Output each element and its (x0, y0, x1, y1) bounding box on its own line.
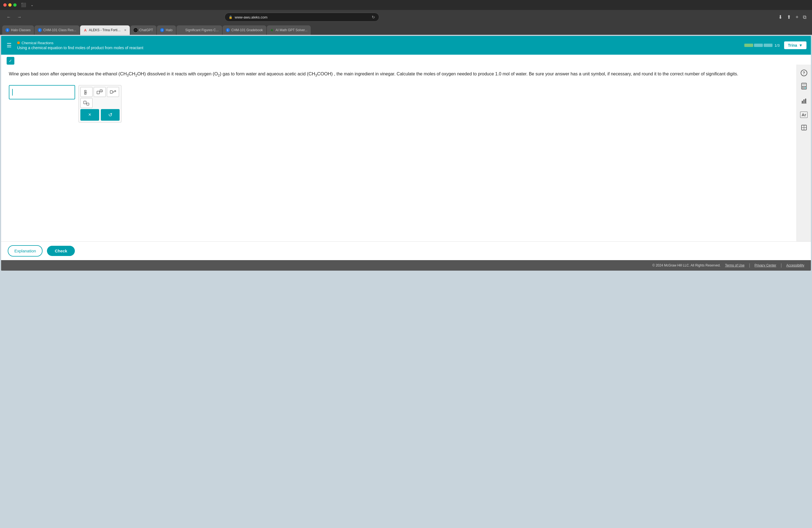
question-text: Wine goes bad soon after opening because… (9, 70, 789, 78)
progress-label: 1/3 (775, 43, 780, 47)
help-button[interactable]: ? (799, 68, 809, 78)
svg-rect-19 (802, 101, 803, 103)
reload-icon[interactable]: ↻ (372, 15, 375, 19)
tab-sig-figs[interactable]: Σ Significant Figures C... (176, 25, 222, 35)
halo-favicon-3: i (160, 28, 164, 32)
split-view-icon[interactable]: ⧉ (802, 13, 808, 21)
progress-seg-1 (744, 44, 753, 47)
address-bar[interactable]: 🔒 www-awu.aleks.com ↻ (224, 13, 379, 21)
math-action-row: × ↺ (81, 109, 120, 121)
progress-seg-3 (764, 44, 772, 47)
collapse-button[interactable]: ✓ (6, 57, 14, 64)
user-name: Trina (788, 43, 797, 47)
svg-rect-6 (110, 91, 112, 93)
chart-icon (801, 98, 807, 105)
calculator-button[interactable] (799, 81, 809, 92)
tab-label-ai: AI Math GPT Solver... (276, 28, 308, 32)
header-title-area: Chemical Reactions Using a chemical equa… (17, 41, 740, 50)
footer: © 2024 McGraw Hill LLC. All Rights Reser… (1, 260, 811, 270)
dot-product-icon (110, 89, 116, 95)
tab-halo-classes[interactable]: i Halo Classes (2, 25, 34, 35)
superscript-button[interactable]: ×10 (93, 87, 106, 97)
math-toolbar: ×10 (78, 85, 121, 122)
explanation-button[interactable]: Explanation (8, 245, 43, 256)
svg-rect-12 (802, 84, 806, 85)
svg-rect-18 (805, 88, 806, 88)
tab-label: Halo Classes (11, 28, 31, 32)
nav-buttons: ← → (4, 14, 24, 21)
answer-area: ×10 (9, 85, 789, 122)
url-text: www-awu.aleks.com (235, 15, 267, 19)
chatgpt-favicon: ⬡ (134, 28, 137, 32)
content-wrapper: ✓ Wine goes bad soon after opening becau… (1, 55, 811, 241)
subscript-icon (83, 100, 90, 106)
right-tools-panel: ? (797, 64, 811, 241)
tab-halo2[interactable]: i Halo (157, 25, 176, 35)
tab-aleks-active[interactable]: A ALEKS - Trina Forti -... ✕ (80, 25, 130, 35)
ethanol-formula: (CH3CH2OH) (118, 71, 147, 76)
tab-label-grade: CHM-101 Gradebook (231, 28, 263, 32)
terms-link[interactable]: Terms of Use (725, 263, 744, 267)
tab-chatgpt[interactable]: ⬡ ChatGPT (130, 25, 156, 35)
fraction-button[interactable] (81, 87, 92, 97)
svg-rect-10 (87, 103, 89, 105)
hamburger-button[interactable]: ☰ (5, 41, 13, 50)
progress-area: 1/3 (744, 43, 780, 47)
tab-label-2: CHM-101 Class Res... (43, 28, 76, 32)
answer-input-box[interactable] (9, 85, 75, 99)
footer-sep-2: | (781, 263, 782, 268)
downloads-icon[interactable]: ⬇ (777, 13, 784, 21)
tabs-bar: i Halo Classes i CHM-101 Class Res... A … (0, 24, 812, 35)
app-container: ☰ Chemical Reactions Using a chemical eq… (1, 36, 811, 270)
table-button[interactable] (799, 123, 809, 134)
subscript-button[interactable] (81, 98, 92, 108)
share-icon[interactable]: ⬆ (786, 13, 792, 21)
tab-label-halo2: Halo (166, 28, 173, 32)
check-button[interactable]: Check (47, 246, 75, 256)
user-button[interactable]: Trina ▼ (784, 41, 807, 49)
svg-rect-14 (803, 86, 804, 87)
svg-rect-17 (803, 88, 804, 88)
main-layout: Wine goes bad soon after opening because… (1, 64, 811, 241)
dot-product-button[interactable] (107, 87, 119, 97)
accessibility-link[interactable]: Accessibility (786, 263, 804, 267)
forward-button[interactable]: → (15, 14, 24, 21)
browser-chrome: ⬛ ⌄ ← → 🔒 www-awu.aleks.com ↻ ⬇ ⬆ + ⧉ i … (0, 0, 812, 35)
svg-rect-3 (97, 91, 99, 94)
orange-dot (17, 41, 20, 44)
header-right: 1/3 Trina ▼ (744, 41, 807, 49)
tab-close-icon[interactable]: ✕ (124, 28, 127, 32)
tab-label-active: ALEKS - Trina Forti -... (89, 28, 121, 32)
bottom-bar: Explanation Check (1, 241, 811, 260)
chevron-bar: ✓ (1, 55, 811, 64)
category-text: Chemical Reactions (21, 41, 54, 45)
help-icon: ? (801, 70, 807, 76)
math-clear-button[interactable]: × (81, 109, 99, 121)
math-undo-button[interactable]: ↺ (101, 109, 120, 121)
tab-label-sigma: Significant Figures C... (185, 28, 219, 32)
svg-rect-8 (115, 91, 116, 92)
tab-gradebook[interactable]: i CHM-101 Gradebook (222, 25, 266, 35)
ai-favicon: A (270, 28, 274, 32)
halo-favicon-4: i (226, 28, 230, 32)
svg-text:×10: ×10 (101, 90, 103, 92)
svg-rect-15 (805, 86, 806, 87)
chart-button[interactable] (799, 96, 809, 107)
halo-favicon: i (5, 28, 10, 32)
nav-right-icons: ⬇ ⬆ + ⧉ (777, 13, 808, 21)
svg-rect-2 (85, 93, 86, 94)
page-wrapper: ☰ Chemical Reactions Using a chemical eq… (0, 35, 812, 272)
calculator-icon (801, 83, 807, 91)
new-tab-icon[interactable]: + (794, 13, 800, 21)
back-button[interactable]: ← (4, 14, 13, 21)
tab-chm101-res[interactable]: i CHM-101 Class Res... (34, 25, 79, 35)
aleks-favicon: A (83, 28, 87, 32)
tab-ai-math[interactable]: A AI Math GPT Solver... (267, 25, 311, 35)
privacy-link[interactable]: Privacy Center (755, 263, 777, 267)
mol-value: 1.0 (495, 72, 501, 76)
oxygen-formula: (O2) (213, 71, 222, 76)
text-format-button[interactable]: Ar (798, 110, 809, 120)
aleks-header: ☰ Chemical Reactions Using a chemical eq… (1, 36, 811, 55)
chevron-down-btn[interactable]: ⌄ (31, 3, 33, 7)
sidebar-toggle-btn[interactable]: ⬛ (19, 1, 28, 9)
